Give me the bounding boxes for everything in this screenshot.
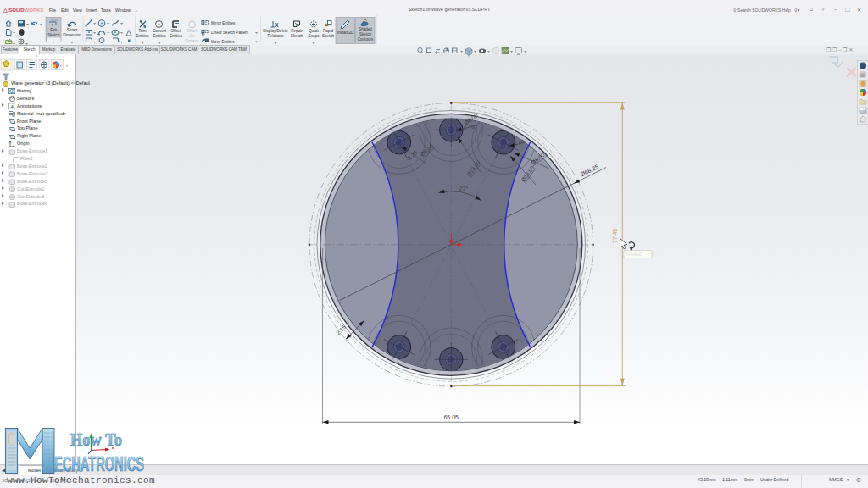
svg-text:How To: How To bbox=[70, 430, 122, 449]
svg-text:65.05: 65.05 bbox=[443, 414, 459, 420]
svg-text:27°: 27° bbox=[459, 185, 469, 191]
svg-text:www.HowToMechatronics.com: www.HowToMechatronics.com bbox=[7, 475, 155, 485]
svg-text:InfiniteZ: InfiniteZ bbox=[626, 252, 642, 257]
svg-text:2.15: 2.15 bbox=[335, 324, 347, 336]
svg-text:77.45: 77.45 bbox=[612, 229, 618, 244]
svg-text:ECHATRONICS: ECHATRONICS bbox=[54, 452, 144, 475]
